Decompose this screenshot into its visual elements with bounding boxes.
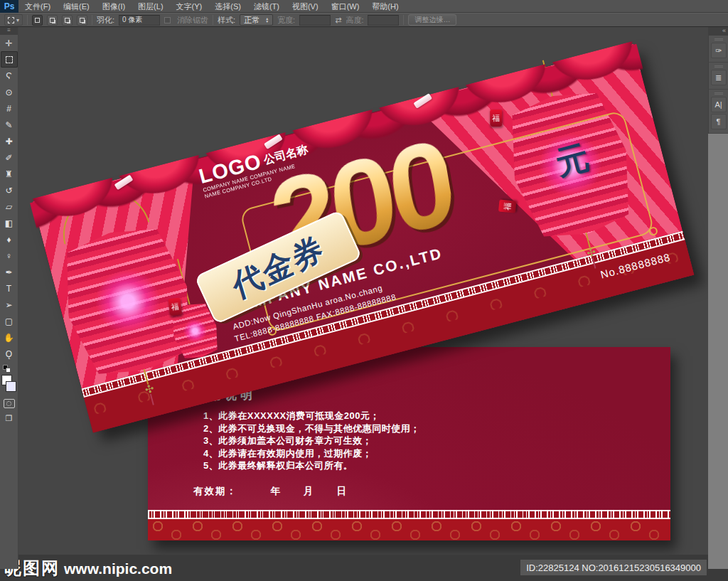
blur-tool[interactable]: ♦: [1, 231, 18, 247]
eraser-tool[interactable]: ▱: [1, 198, 18, 215]
image-id-text: ID:22825124 NO:20161215230516349000: [520, 560, 707, 575]
fu-tag: 福: [168, 297, 182, 316]
site-url: www.nipic.com: [64, 560, 172, 577]
feather-input[interactable]: [119, 15, 160, 26]
fu-tag: 福: [498, 200, 516, 213]
healing-brush-tool[interactable]: ✚: [1, 133, 18, 149]
tools-panel: ≡ ✛ Ϛ ⊙ # ✎ ✚ ✐ ♜ ↺ ▱ ◧ ♦ ♀ ✒ T ➢ ▢ ✋ Ǫ …: [0, 27, 18, 569]
new-selection-icon: [35, 18, 40, 23]
dodge-tool[interactable]: ♀: [1, 247, 18, 264]
chevron-down-icon: ▾: [16, 17, 19, 23]
subtract-selection-icon: [65, 18, 70, 23]
shape-tool[interactable]: ▢: [1, 313, 18, 329]
menu-filter[interactable]: 滤镜(T): [247, 0, 286, 13]
divider: [27, 15, 28, 25]
add-selection-button[interactable]: [47, 15, 58, 26]
watermark-bar: 昵图网 www.nipic.com ID:22825124 NO:2016121…: [0, 555, 728, 581]
intersect-selection-icon: [80, 18, 85, 23]
width-input[interactable]: [299, 15, 331, 26]
style-label: 样式:: [218, 15, 235, 26]
panel-dock: « ✑ ≣ A| ¶: [708, 27, 728, 569]
marquee-icon: [6, 56, 13, 63]
default-colors-icon[interactable]: [3, 365, 13, 373]
feather-label: 羽化:: [97, 15, 114, 26]
quick-selection-tool[interactable]: ⊙: [1, 84, 18, 100]
add-selection-icon: [50, 18, 55, 23]
quick-mask-icon: [6, 401, 11, 406]
validity-line: 有效期： 年 月 日: [193, 485, 348, 498]
panel-group-handle[interactable]: [714, 65, 723, 68]
lasso-tool[interactable]: Ϛ: [1, 68, 18, 84]
width-label: 宽度:: [277, 15, 295, 26]
eyedropper-tool[interactable]: ✎: [1, 117, 18, 133]
usage-notes-list: 1、此券在XXXXXX消费可抵现金200元； 2、此券不可兑换现金，不得与其他优…: [203, 410, 644, 472]
divider: [403, 15, 404, 25]
menu-file[interactable]: 文件(F): [18, 0, 57, 13]
ps-logo: Ps: [0, 0, 18, 13]
rectangular-marquee-tool[interactable]: [1, 51, 18, 68]
options-bar: ▾ 羽化: 消除锯齿 样式: 正常 ▲▼ 宽度: ⇄ 高度: 调整边缘…: [0, 13, 728, 27]
quick-mask-button[interactable]: [4, 399, 15, 408]
path-selection-tool[interactable]: ➢: [1, 297, 18, 313]
character-panel-button[interactable]: A|: [711, 97, 727, 112]
divider: [92, 15, 92, 25]
usage-note-item: 1、此券在XXXXXX消费可抵现金200元；: [203, 410, 644, 422]
brush-panel-button[interactable]: ✑: [711, 43, 727, 58]
tool-preset-picker[interactable]: ▾: [4, 14, 23, 26]
background-color-swatch[interactable]: [6, 381, 16, 392]
menu-bar: Ps 文件(F) 编辑(E) 图像(I) 图层(L) 文字(Y) 选择(S) 滤…: [0, 0, 728, 13]
zoom-tool[interactable]: Ǫ: [1, 346, 18, 362]
usage-note-item: 4、此券请在有效期内使用，过期作废；: [203, 447, 644, 460]
usage-note-item: 3、此券须加盖本公司财务章方可生效；: [203, 435, 644, 447]
foreground-background-swatches[interactable]: [1, 375, 18, 393]
clone-source-panel-button[interactable]: ≣: [711, 70, 727, 85]
type-tool[interactable]: T: [1, 280, 18, 297]
stepper-icon: ▲▼: [265, 17, 269, 23]
panel-group-handle[interactable]: [714, 92, 723, 95]
swap-dimensions-icon[interactable]: ⇄: [335, 16, 341, 25]
menu-image[interactable]: 图像(I): [96, 0, 132, 13]
refine-edge-button[interactable]: 调整边缘…: [408, 14, 456, 26]
brush-tool[interactable]: ✐: [1, 149, 18, 166]
antialias-label: 消除锯齿: [177, 15, 208, 26]
menu-layer[interactable]: 图层(L): [132, 0, 169, 13]
clone-stamp-tool[interactable]: ♜: [1, 166, 18, 182]
gradient-tool[interactable]: ◧: [1, 215, 18, 231]
divider: [213, 15, 213, 25]
history-brush-tool[interactable]: ↺: [1, 182, 18, 198]
antialias-checkbox[interactable]: [164, 17, 171, 23]
subtract-selection-button[interactable]: [62, 15, 73, 26]
menu-edit[interactable]: 编辑(E): [57, 0, 96, 13]
pen-tool[interactable]: ✒: [1, 264, 18, 280]
menu-view[interactable]: 视图(V): [286, 0, 325, 13]
screen-mode-button[interactable]: ❐: [0, 414, 18, 423]
panel-group-handle[interactable]: [714, 38, 723, 41]
height-label: 高度:: [346, 15, 363, 26]
style-value: 正常: [244, 15, 259, 26]
collapsed-panels: « ✑ ≣ A| ¶: [708, 27, 728, 134]
marquee-icon: [8, 17, 14, 23]
menu-window[interactable]: 窗口(W): [325, 0, 366, 13]
fu-tag: 福: [490, 110, 502, 127]
height-input[interactable]: [368, 15, 399, 26]
menu-select[interactable]: 选择(S): [208, 0, 247, 13]
intersect-selection-button[interactable]: [77, 15, 87, 26]
hand-tool[interactable]: ✋: [1, 329, 18, 346]
move-tool[interactable]: ✛: [1, 35, 18, 51]
usage-note-item: 5、此券最终解释权归本公司所有。: [203, 459, 644, 472]
crop-tool[interactable]: #: [1, 100, 18, 117]
usage-note-item: 2、此券不可兑换现金，不得与其他优惠同时使用；: [203, 422, 644, 435]
document-canvas[interactable]: 使用说明 1、此券在XXXXXX消费可抵现金200元； 2、此券不可兑换现金，不…: [18, 27, 708, 555]
tools-panel-header[interactable]: ≡: [0, 27, 18, 35]
watermark: 昵图网 www.nipic.com: [4, 557, 172, 580]
style-select[interactable]: 正常 ▲▼: [240, 14, 273, 26]
menu-type[interactable]: 文字(Y): [170, 0, 209, 13]
meander-border: [148, 510, 670, 519]
paragraph-panel-button[interactable]: ¶: [711, 114, 727, 129]
new-selection-button[interactable]: [32, 15, 43, 26]
photoshop-window: Ps 文件(F) 编辑(E) 图像(I) 图层(L) 文字(Y) 选择(S) 滤…: [0, 0, 728, 581]
cloud-pattern-band: [148, 519, 670, 540]
menu-help[interactable]: 帮助(H): [365, 0, 405, 13]
collapse-panels-button[interactable]: «: [709, 27, 728, 36]
